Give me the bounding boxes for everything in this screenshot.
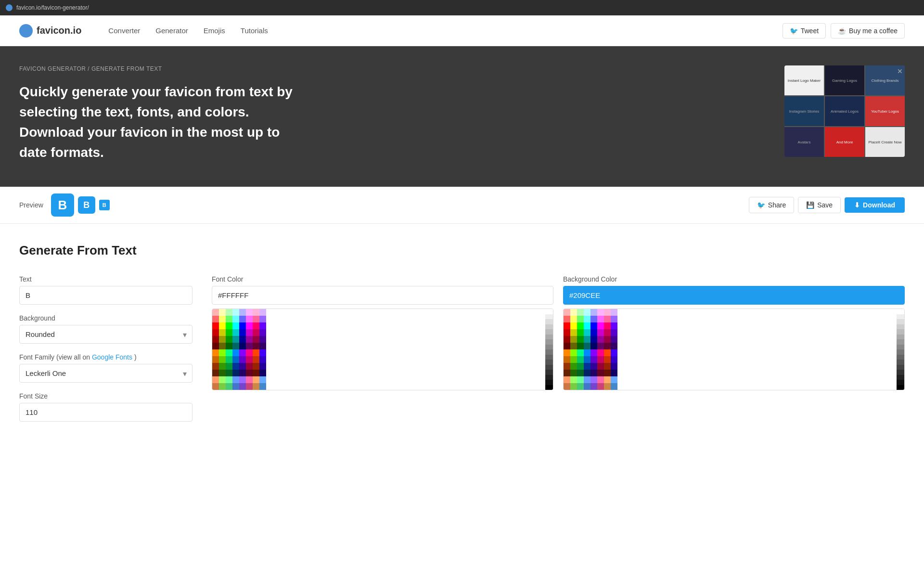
ad-close-button[interactable]: ✕ — [897, 67, 903, 75]
gray-cell[interactable] — [897, 365, 904, 370]
gray-cell[interactable] — [545, 345, 553, 350]
gray-cell[interactable] — [545, 385, 553, 390]
color-cell[interactable] — [564, 329, 570, 336]
color-cell[interactable] — [611, 316, 617, 322]
color-cell[interactable] — [259, 322, 266, 329]
color-cell[interactable] — [226, 329, 232, 336]
color-cell[interactable] — [212, 329, 219, 336]
color-cell[interactable] — [232, 316, 239, 322]
color-cell[interactable] — [590, 349, 597, 356]
color-cell[interactable] — [232, 356, 239, 363]
color-cell[interactable] — [611, 356, 617, 363]
color-cell[interactable] — [584, 336, 590, 343]
gray-cell[interactable] — [545, 360, 553, 365]
color-cell[interactable] — [246, 309, 253, 316]
color-cell[interactable] — [584, 376, 590, 383]
color-cell[interactable] — [259, 329, 266, 336]
download-button[interactable]: ⬇ Download — [845, 197, 905, 213]
color-cell[interactable] — [577, 349, 584, 356]
nav-emojis[interactable]: Emojis — [196, 26, 233, 35]
color-cell[interactable] — [253, 336, 259, 343]
color-cell[interactable] — [246, 343, 253, 349]
color-cell[interactable] — [219, 343, 226, 349]
gray-cell[interactable] — [897, 370, 904, 375]
color-cell[interactable] — [226, 343, 232, 349]
color-cell[interactable] — [577, 383, 584, 390]
color-cell[interactable] — [584, 356, 590, 363]
color-cell[interactable] — [246, 329, 253, 336]
color-cell[interactable] — [246, 376, 253, 383]
color-cell[interactable] — [590, 356, 597, 363]
gray-cell[interactable] — [897, 360, 904, 365]
color-cell[interactable] — [232, 363, 239, 370]
gray-cell[interactable] — [897, 324, 904, 330]
color-cell[interactable] — [570, 349, 577, 356]
color-cell[interactable] — [226, 376, 232, 383]
color-cell[interactable] — [577, 336, 584, 343]
color-cell[interactable] — [239, 336, 246, 343]
color-cell[interactable] — [219, 322, 226, 329]
color-cell[interactable] — [611, 383, 617, 390]
gray-cell[interactable] — [545, 319, 553, 324]
color-cell[interactable] — [590, 329, 597, 336]
color-cell[interactable] — [219, 363, 226, 370]
color-cell[interactable] — [597, 343, 604, 349]
color-cell[interactable] — [604, 336, 611, 343]
color-cell[interactable] — [564, 343, 570, 349]
color-cell[interactable] — [212, 376, 219, 383]
color-cell[interactable] — [212, 343, 219, 349]
color-cell[interactable] — [590, 376, 597, 383]
share-button[interactable]: 🐦 Share — [749, 197, 794, 213]
color-cell[interactable] — [232, 336, 239, 343]
color-cell[interactable] — [611, 376, 617, 383]
color-cell[interactable] — [564, 336, 570, 343]
color-cell[interactable] — [570, 363, 577, 370]
color-cell[interactable] — [597, 356, 604, 363]
color-cell[interactable] — [259, 336, 266, 343]
color-cell[interactable] — [570, 336, 577, 343]
gray-cell[interactable] — [545, 335, 553, 340]
color-cell[interactable] — [219, 336, 226, 343]
color-cell[interactable] — [604, 356, 611, 363]
color-cell[interactable] — [232, 370, 239, 376]
google-fonts-link[interactable]: Google Fonts — [92, 353, 132, 361]
color-cell[interactable] — [212, 383, 219, 390]
color-cell[interactable] — [570, 309, 577, 316]
color-cell[interactable] — [253, 370, 259, 376]
color-cell[interactable] — [564, 349, 570, 356]
color-cell[interactable] — [232, 322, 239, 329]
color-cell[interactable] — [226, 370, 232, 376]
color-cell[interactable] — [226, 316, 232, 322]
color-cell[interactable] — [239, 329, 246, 336]
coffee-button[interactable]: ☕ Buy me a coffee — [831, 23, 905, 39]
color-cell[interactable] — [604, 329, 611, 336]
color-cell[interactable] — [226, 356, 232, 363]
gray-cell[interactable] — [545, 339, 553, 345]
color-cell[interactable] — [590, 309, 597, 316]
color-cell[interactable] — [219, 316, 226, 322]
color-cell[interactable] — [246, 383, 253, 390]
gray-cell[interactable] — [897, 375, 904, 380]
gray-cell[interactable] — [545, 370, 553, 375]
color-cell[interactable] — [253, 356, 259, 363]
gray-cell[interactable] — [545, 375, 553, 380]
gray-cell[interactable] — [545, 309, 553, 314]
font-family-select[interactable]: Leckerli One — [19, 364, 192, 383]
color-cell[interactable] — [604, 383, 611, 390]
color-cell[interactable] — [239, 363, 246, 370]
color-cell[interactable] — [232, 383, 239, 390]
font-color-input[interactable] — [212, 286, 553, 305]
color-cell[interactable] — [597, 329, 604, 336]
color-cell[interactable] — [611, 309, 617, 316]
color-cell[interactable] — [597, 376, 604, 383]
text-input[interactable] — [19, 286, 192, 305]
gray-cell[interactable] — [897, 314, 904, 320]
color-cell[interactable] — [246, 336, 253, 343]
color-cell[interactable] — [604, 309, 611, 316]
color-cell[interactable] — [564, 370, 570, 376]
color-cell[interactable] — [246, 363, 253, 370]
color-cell[interactable] — [577, 322, 584, 329]
color-cell[interactable] — [584, 316, 590, 322]
color-cell[interactable] — [219, 356, 226, 363]
color-cell[interactable] — [577, 309, 584, 316]
